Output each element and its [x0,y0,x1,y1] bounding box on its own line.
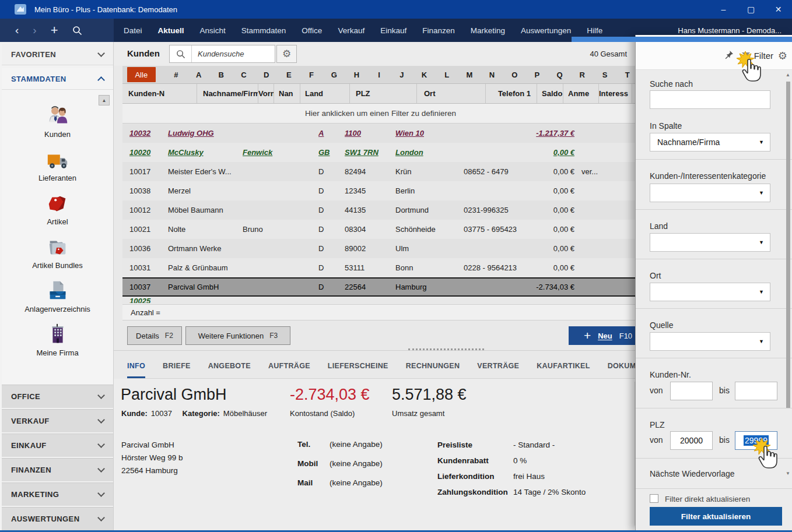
table-row[interactable]: 10020McClusky Fenwick GBSW1 7RN London 0… [122,143,639,162]
menu-item[interactable]: Stammdaten [241,26,286,35]
table-row[interactable]: 10021Nolte Bruno D08304 Schönheide03775 … [122,220,639,239]
table-row[interactable]: 10017Meister Eder's W... D82494 Krün0865… [122,162,639,181]
alphabet-letter[interactable]: O [503,71,526,79]
alphabet-letter[interactable]: F [300,71,323,79]
table-row[interactable]: 10012Möbel Baumann D44135 Dortmund0231-9… [122,200,639,220]
forward-icon[interactable]: › [33,24,36,37]
detail-tab[interactable]: KAUFARTIKEL [537,355,590,378]
scrollbar-thumb[interactable] [786,82,790,408]
alphabet-letter[interactable]: B [210,71,233,79]
sidebar-section-favoriten[interactable]: FAVORITEN [2,44,113,65]
alphabet-letter[interactable]: C [233,71,255,79]
alphabet-letter[interactable]: Q [548,71,571,79]
alphabet-letter[interactable]: P [526,71,549,79]
column-header[interactable]: Saldo [537,84,563,103]
kundennr-bis-input[interactable] [735,382,777,400]
sidebar-section[interactable]: OFFICE [2,385,113,408]
column-header[interactable]: Ort [417,84,486,103]
more-functions-button[interactable]: Weitere FunktionenF3 [185,326,290,345]
alphabet-letter[interactable]: E [278,71,300,79]
table-row[interactable]: 10032Ludwig OHG A1100 Wien 10 -1.217,37 … [122,124,639,143]
kundennr-von-input[interactable] [670,382,713,400]
alphabet-letter[interactable]: D [255,71,278,79]
column-header[interactable]: PLZ [350,84,417,103]
customer-search-input[interactable]: Kundensuche [169,45,275,63]
menu-item[interactable]: Marketing [471,26,505,35]
sidebar-item-meine-firma[interactable]: Meine Firma [2,323,113,367]
detail-tab[interactable]: ANGEBOTE [208,355,251,378]
quelle-select[interactable]: ▼ [650,332,770,351]
menu-item[interactable]: Finanzen [422,26,455,35]
sidebar-section[interactable]: FINANZEN [2,458,113,481]
plz-von-input[interactable]: 20000 [670,431,713,450]
alphabet-letter[interactable]: M [458,71,481,79]
sidebar-section-stammdaten[interactable]: STAMMDATEN [2,68,113,90]
sidebar-section[interactable]: MARKETING [2,482,113,506]
detail-tab[interactable]: INFO [127,355,145,378]
filter-settings-gear-icon[interactable]: ⚙ [778,50,787,62]
column-header[interactable]: Anme [563,84,599,103]
menu-item[interactable]: Office [302,26,322,35]
alphabet-letter[interactable]: J [390,71,413,79]
table-row[interactable]: 10031Palz & Grünbaum D53111 Bonn0228 - 9… [122,258,639,277]
column-header[interactable]: Land [300,84,350,103]
alphabet-letter[interactable]: A [187,71,210,79]
detail-tab[interactable]: VERTRÄGE [477,355,519,378]
close-button[interactable]: ✕ [765,0,792,19]
column-header[interactable]: Telefon 1 [486,84,537,103]
alphabet-letter[interactable]: # [165,71,188,79]
menu-item[interactable]: Hilfe [587,26,602,35]
column-header[interactable]: Kunden-N [122,84,197,103]
table-row[interactable]: 10037Parcival GmbH D22564 Hamburg -2.734… [122,277,639,297]
column-header[interactable]: Vorname [258,84,274,103]
column-header[interactable]: Nachname/Firma ^ [197,84,258,103]
sidebar-item-artikel[interactable]: Artikel [2,192,113,235]
alphabet-letter[interactable]: I [368,71,391,79]
wiedervorlage-label[interactable]: Nächste Wiedervorlage [650,469,735,478]
table-row[interactable]: 10038Merzel D12345 Berlin 0,00 € [122,181,639,200]
sidebar-item-lieferanten[interactable]: Lieferanten [2,148,113,192]
detail-tab[interactable]: BRIEFE [163,355,191,378]
column-header[interactable]: Nan [274,84,300,103]
panel-scrollbar[interactable]: ▲ ▼ [785,72,791,472]
sidebar-item-kunden[interactable]: Kunden [2,104,113,148]
alphabet-letter[interactable]: L [436,71,458,79]
land-select[interactable]: ▼ [650,233,770,252]
detail-tab[interactable]: RECHNUNGEN [406,355,460,378]
menu-item[interactable]: Aktuell [158,26,184,35]
menu-item[interactable]: Datei [124,26,142,35]
sidebar-item-anlagenverzeichnis[interactable]: Anlagenverzeichnis [2,279,113,323]
sidebar-item-artikel-bundles[interactable]: Artikel Bundles [2,235,113,279]
filter-apply-button[interactable]: Filter aktualisieren [650,507,782,526]
detail-tab[interactable]: LIEFERSCHEINE [328,355,388,378]
back-icon[interactable]: ‹ [15,24,19,37]
sidebar-section[interactable]: EINKAUF [2,434,113,457]
menu-item[interactable]: Einkauf [380,26,406,35]
filter-direct-checkbox[interactable] [650,494,658,503]
alphabet-letter[interactable]: N [481,71,503,79]
alphabet-letter[interactable]: H [345,71,368,79]
ort-select[interactable]: ▼ [650,283,770,301]
in-spalte-select[interactable]: Nachname/Firma ▼ [650,133,770,152]
column-header[interactable]: Interess [599,84,632,103]
filter-define-row[interactable]: Hier anklicken um einen Filter zu defini… [122,104,639,124]
details-button[interactable]: DetailsF2 [127,326,182,345]
search-settings-button[interactable]: ⚙ [276,45,297,63]
maximize-button[interactable]: ▢ [737,0,765,19]
sidebar-section[interactable]: VERKAUF [2,409,113,432]
kategorie-select[interactable]: ▼ [650,184,770,202]
scroll-up-icon[interactable]: ▲ [785,72,791,77]
alphabet-letter[interactable]: S [594,71,616,79]
detail-tab[interactable]: AUFTRÄGE [268,355,310,378]
suche-nach-input[interactable] [650,90,770,109]
alphabet-letter[interactable]: G [323,71,345,79]
minimize-button[interactable]: – [710,0,737,19]
sidebar-section[interactable]: AUSWERTUNGEN [2,507,113,530]
alphabet-letter[interactable]: R [571,71,594,79]
add-icon[interactable]: + [51,23,58,38]
search-icon[interactable] [72,26,82,36]
menu-item[interactable]: Auswertungen [521,26,571,35]
alphabet-all-button[interactable]: Alle [127,67,156,82]
alphabet-letter[interactable]: K [413,71,436,79]
pin-icon[interactable] [724,50,734,59]
